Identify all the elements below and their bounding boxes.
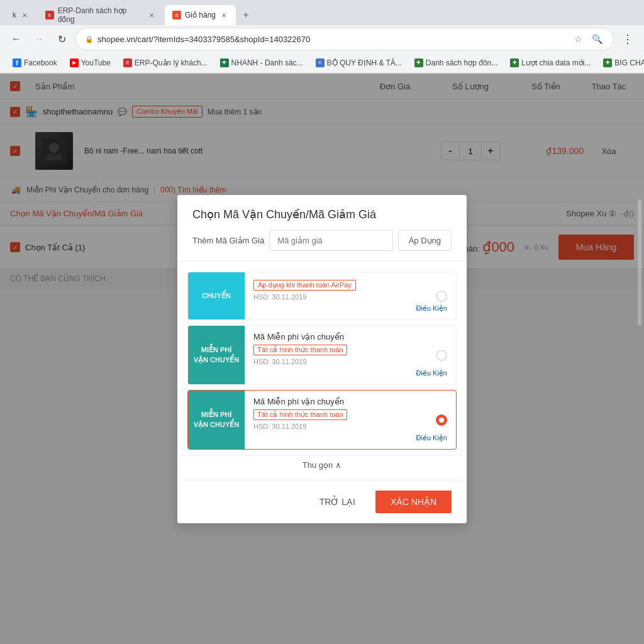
- modal-header: Chọn Mã Vận Chuyển/Mã Giảm Giá Thêm Mã G…: [177, 195, 467, 262]
- voucher-modal: Chọn Mã Vận Chuyển/Mã Giảm Giá Thêm Mã G…: [177, 195, 467, 523]
- bookmark-youtube[interactable]: ▶ YouTube: [65, 57, 116, 69]
- voucher-item-3[interactable]: MIỄN PHÍ VẬN CHUYỂN Mã Miễn phí vận chuy…: [187, 390, 457, 450]
- big-icon: ✚: [603, 58, 612, 67]
- voucher-2-condition[interactable]: Điều Kiện: [416, 369, 447, 377]
- bookmark-youtube-label: YouTube: [81, 58, 111, 67]
- voucher-2-expiry: HSD: 30.11.2019: [253, 358, 447, 365]
- bookmark-facebook[interactable]: f Facebook: [8, 57, 62, 69]
- bookmark-nhanh-label: NHANH - Danh sác...: [231, 58, 303, 67]
- voucher-3-details: Mã Miễn phí vận chuyển Tất cả hình thức …: [245, 391, 456, 449]
- bookmark-rule[interactable]: ≡ BỘ QUY ĐỊNH & TÀ...: [311, 57, 407, 69]
- bookmark-nhanh[interactable]: ✚ NHANH - Danh sác...: [215, 57, 308, 69]
- tab-k-close[interactable]: ✕: [20, 11, 29, 19]
- bookmark-big-label: BIG CHANGE: [614, 58, 644, 67]
- apply-button[interactable]: Áp Dụng: [398, 230, 452, 251]
- voucher-2-tag: Tất cả hình thức thanh toán: [253, 345, 347, 355]
- confirm-button[interactable]: XÁC NHẬN: [375, 491, 452, 513]
- voucher-1-icon: CHUYỂN: [188, 272, 245, 319]
- voucher-1-radio[interactable]: [436, 291, 447, 302]
- voucher-3-tag: Tất cả hình thức thanh toán: [253, 409, 347, 420]
- erp-bm-icon: E: [123, 58, 132, 67]
- bookmark-facebook-label: Facebook: [24, 58, 57, 67]
- youtube-icon: ▶: [70, 58, 79, 67]
- voucher-3-icon: MIỄN PHÍ VẬN CHUYỂN: [188, 391, 245, 449]
- list-icon: ✚: [414, 58, 423, 67]
- address-bar: ← → ↻ 🔒 shopee.vn/cart/?itemIds=34033795…: [0, 25, 644, 53]
- collapse-button[interactable]: Thu gọn ∧: [177, 455, 467, 475]
- back-button[interactable]: ←: [8, 30, 25, 48]
- tab-erp-label: ERP-Danh sách hợp đồng: [58, 6, 144, 24]
- voucher-list: CHUYỂN Áp dụng khi thanh toán AirPay HSD…: [177, 262, 467, 480]
- voucher-1-type: CHUYỂN: [202, 291, 231, 301]
- search-icon[interactable]: 🔍: [589, 31, 604, 47]
- modal-overlay: Chọn Mã Vận Chuyển/Mã Giảm Giá Thêm Mã G…: [0, 74, 644, 644]
- voucher-1-details: Áp dụng khi thanh toán AirPay HSD: 30.11…: [245, 272, 456, 319]
- voucher-1-promo: Áp dụng khi thanh toán AirPay: [253, 280, 356, 291]
- collapse-label: Thu gọn: [303, 460, 333, 470]
- voucher-1-expiry: HSD: 30.11.2019: [253, 293, 447, 301]
- voucher-2-radio[interactable]: [436, 350, 447, 361]
- browser-chrome: k ✕ E ERP-Danh sách hợp đồng ✕ S Giỏ hàn…: [0, 0, 644, 74]
- tab-cart-label: Giỏ hàng: [185, 11, 216, 19]
- input-label: Thêm Mã Giảm Giá: [192, 236, 264, 245]
- bookmark-big[interactable]: ✚ BIG CHANGE: [598, 57, 644, 69]
- tab-bar: k ✕ E ERP-Danh sách hợp đồng ✕ S Giỏ hàn…: [0, 0, 644, 25]
- bookmark-data[interactable]: ✚ Lượt chia data mới...: [505, 57, 596, 69]
- tab-k-label: k: [13, 11, 16, 19]
- nhanh-icon: ✚: [220, 58, 229, 67]
- tab-k[interactable]: k ✕: [5, 5, 36, 25]
- voucher-3-radio[interactable]: [436, 414, 447, 426]
- url-bar[interactable]: 🔒 shopee.vn/cart/?itemIds=3403379585&sho…: [75, 28, 614, 50]
- rule-icon: ≡: [316, 58, 325, 67]
- shopee-favicon: S: [172, 11, 181, 19]
- voucher-item-1[interactable]: CHUYỂN Áp dụng khi thanh toán AirPay HSD…: [187, 272, 457, 320]
- bookmark-erp[interactable]: E ERP-Quản lý khách...: [118, 57, 213, 69]
- voucher-code-input[interactable]: [269, 230, 392, 251]
- bookmark-star-icon[interactable]: ☆: [570, 31, 586, 47]
- tab-erp-close[interactable]: ✕: [147, 11, 156, 19]
- new-tab-button[interactable]: +: [237, 6, 255, 24]
- voucher-3-type: MIỄN PHÍ VẬN CHUYỂN: [193, 410, 240, 430]
- bookmark-list-label: Danh sách hợp đôn...: [426, 58, 497, 67]
- bookmark-data-label: Lượt chia data mới...: [521, 58, 591, 67]
- url-text: shopee.vn/cart/?itemIds=3403379585&shopI…: [97, 35, 310, 44]
- facebook-icon: f: [13, 58, 21, 67]
- modal-footer: TRỞ LẠI XÁC NHẬN: [177, 480, 467, 523]
- bookmarks-bar: f Facebook ▶ YouTube E ERP-Quản lý khách…: [0, 53, 644, 73]
- voucher-2-details: Mã Miễn phí vận chuyển Tất cả hình thức …: [245, 326, 456, 384]
- tab-erp[interactable]: E ERP-Danh sách hợp đồng ✕: [38, 5, 164, 25]
- tab-cart-close[interactable]: ✕: [219, 11, 228, 19]
- voucher-3-expiry: HSD: 30.11.2019: [253, 423, 447, 430]
- chevron-up-icon: ∧: [335, 460, 341, 470]
- modal-title: Chọn Mã Vận Chuyển/Mã Giảm Giá: [192, 208, 452, 221]
- modal-input-row: Thêm Mã Giảm Giá Áp Dụng: [192, 230, 452, 251]
- lock-icon: 🔒: [85, 35, 94, 43]
- voucher-1-condition[interactable]: Điều Kiện: [416, 304, 447, 312]
- data-icon: ✚: [510, 58, 519, 67]
- bookmark-erp-label: ERP-Quản lý khách...: [135, 58, 208, 67]
- bookmark-list[interactable]: ✚ Danh sách hợp đôn...: [409, 57, 502, 69]
- voucher-2-name: Mã Miễn phí vận chuyển: [253, 332, 447, 341]
- voucher-2-icon: MIỄN PHÍ VẬN CHUYỂN: [188, 326, 245, 384]
- voucher-3-condition[interactable]: Điều Kiện: [416, 434, 447, 441]
- tab-cart[interactable]: S Giỏ hàng ✕: [165, 5, 236, 25]
- voucher-3-name: Mã Miễn phí vận chuyển: [253, 397, 447, 406]
- refresh-button[interactable]: ↻: [53, 30, 70, 48]
- bookmark-rule-label: BỘ QUY ĐỊNH & TÀ...: [327, 58, 402, 67]
- extensions-button[interactable]: ⋮: [619, 30, 636, 48]
- erp-favicon: E: [45, 11, 54, 19]
- voucher-2-type: MIỄN PHÍ VẬN CHUYỂN: [193, 345, 240, 365]
- voucher-item-2[interactable]: MIỄN PHÍ VẬN CHUYỂN Mã Miễn phí vận chuy…: [187, 325, 457, 385]
- back-button[interactable]: TRỞ LẠI: [307, 491, 368, 513]
- page-content: ✓ Sản Phẩm Đơn Giá Số Lượng Số Tiền Thao…: [0, 74, 644, 644]
- forward-button[interactable]: →: [30, 30, 48, 48]
